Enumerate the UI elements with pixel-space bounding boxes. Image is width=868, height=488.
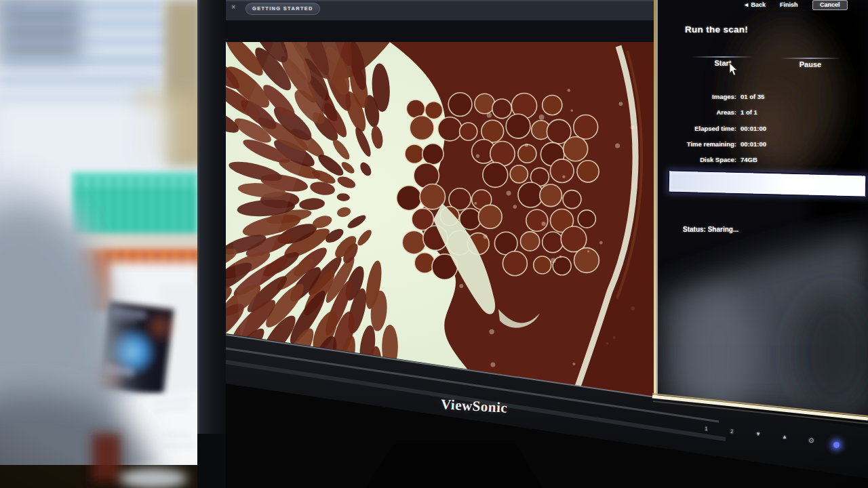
close-icon[interactable]: ×	[231, 3, 235, 11]
start-button-highlight	[692, 56, 754, 58]
power-led	[833, 442, 840, 448]
back-button[interactable]: ◄ Back	[743, 1, 766, 8]
scan-progress-bar	[668, 169, 867, 197]
panel-title: Run the scan!	[685, 24, 748, 35]
field-row-images: Images: 01 of 35	[663, 93, 806, 100]
lab-photo-scene: × GETTING STARTED ◄ Back Finish Cancel R…	[0, 0, 868, 488]
power-button-icon[interactable]: ⊙	[808, 436, 814, 444]
elapsed-value: 00:01:00	[741, 125, 766, 132]
finish-button[interactable]: Finish	[780, 1, 798, 8]
osd-up-button[interactable]: ▲	[782, 434, 787, 440]
field-row-diskspace: Disk Space: 74GB	[663, 156, 806, 163]
osd-down-button[interactable]: ▼	[755, 431, 761, 437]
diskspace-value: 74GB	[741, 156, 757, 163]
pause-button[interactable]: Pause	[780, 60, 841, 68]
areas-value: 1 of 1	[741, 108, 757, 116]
field-row-remaining: Time remaining: 00:01:00	[663, 140, 806, 148]
scan-progress-fill	[669, 171, 866, 196]
pause-button-highlight	[780, 58, 841, 59]
tab-getting-started[interactable]: GETTING STARTED	[245, 3, 320, 15]
cancel-button[interactable]: Cancel	[812, 0, 848, 10]
remaining-value: 00:01:00	[741, 140, 766, 148]
status-text: Status: Sharing...	[683, 226, 738, 233]
mouse-cursor-icon	[729, 63, 739, 77]
field-row-elapsed: Elapsed time: 00:01:00	[663, 125, 806, 132]
osd-button-1[interactable]: 1	[705, 426, 708, 432]
start-button[interactable]: Start	[692, 59, 754, 67]
osd-button-2[interactable]: 2	[730, 428, 734, 434]
images-value: 01 of 35	[741, 93, 764, 100]
back-arrow-icon: ◄	[743, 1, 749, 8]
field-row-areas: Areas: 1 of 1	[663, 108, 806, 116]
